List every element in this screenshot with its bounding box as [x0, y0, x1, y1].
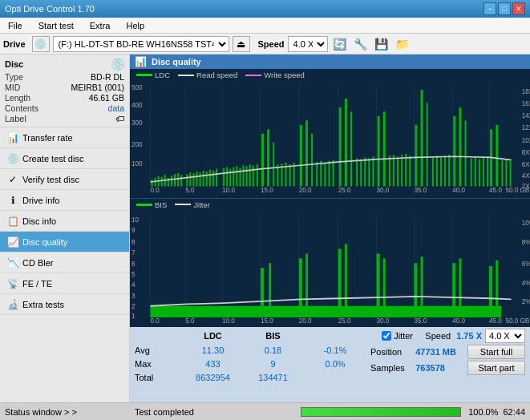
drive-label: Drive — [3, 39, 26, 49]
mid-key: MID — [5, 83, 20, 92]
svg-rect-77 — [415, 125, 417, 187]
length-key: Length — [5, 93, 30, 103]
svg-text:8: 8 — [131, 236, 136, 245]
svg-text:35.0: 35.0 — [414, 186, 427, 194]
close-button[interactable]: ✕ — [512, 2, 525, 15]
svg-rect-48 — [192, 173, 194, 186]
sidebar-item-disc-info-label: Disc info — [22, 216, 56, 226]
sidebar-item-disc-info[interactable]: 📋 Disc info — [0, 211, 129, 232]
svg-rect-46 — [186, 174, 188, 186]
menu-extra[interactable]: Extra — [85, 19, 115, 32]
svg-rect-158 — [261, 268, 264, 317]
sidebar-item-cd-bler[interactable]: 📉 CD Bler — [0, 252, 129, 273]
bis-chart: 10% 8% 6% 4% 2% 10 9 8 7 6 5 4 3 2 1 — [130, 211, 530, 325]
svg-rect-55 — [216, 169, 217, 187]
total-ldc: 8632954 — [183, 373, 243, 382]
svg-rect-76 — [383, 111, 386, 186]
sidebar-item-disc-quality[interactable]: 📈 Disc quality — [0, 232, 129, 252]
legend-readspeed: Read speed — [196, 71, 237, 79]
speed-select[interactable]: 4.0 X 8.0 X — [288, 36, 328, 52]
menu-file[interactable]: File — [3, 19, 27, 32]
svg-rect-75 — [378, 116, 380, 187]
svg-rect-113 — [475, 157, 476, 186]
svg-rect-114 — [479, 160, 480, 187]
avg-ldc: 11.30 — [183, 345, 243, 355]
sidebar-menu: 📊 Transfer rate 💿 Create test disc ✓ Ver… — [0, 127, 129, 402]
svg-rect-106 — [409, 155, 411, 186]
sidebar-item-drive-info[interactable]: ℹ Drive info — [0, 190, 129, 211]
sidebar-item-verify-test-disc[interactable]: ✓ Verify test disc — [0, 169, 129, 190]
svg-rect-66 — [261, 134, 264, 187]
svg-rect-94 — [328, 161, 330, 187]
svg-text:14X: 14X — [522, 111, 530, 119]
svg-text:25.0: 25.0 — [338, 316, 351, 325]
type-value: BD-R DL — [91, 72, 124, 82]
svg-rect-96 — [356, 158, 358, 186]
start-part-button[interactable]: Start part — [467, 361, 525, 375]
svg-text:40.0: 40.0 — [452, 186, 465, 194]
ldc-chart: 18X 16X 14X 12X 10X 8X 6X 4X 2X 500 400 … — [130, 81, 530, 196]
svg-rect-58 — [229, 169, 231, 187]
svg-rect-102 — [393, 155, 394, 186]
contents-key: Contents — [5, 103, 38, 113]
stats-panel: LDC BIS Jitter Speed 1.75 X 4.0 X — [130, 327, 530, 402]
svg-text:10%: 10% — [522, 218, 530, 227]
svg-rect-70 — [305, 120, 308, 186]
svg-rect-45 — [180, 175, 182, 186]
progress-percent: 100.0% — [466, 407, 498, 417]
label-icon: 🏷 — [115, 114, 124, 123]
save-icon[interactable]: 📁 — [394, 35, 411, 53]
status-window-bar[interactable]: Status window > > — [0, 402, 129, 420]
svg-rect-98 — [364, 157, 366, 186]
sidebar-item-extra-tests[interactable]: 🔬 Extra tests — [0, 294, 129, 315]
sidebar-item-fe-te[interactable]: 📡 FE / TE — [0, 273, 129, 294]
svg-text:35.0: 35.0 — [414, 316, 427, 325]
svg-rect-91 — [316, 162, 318, 187]
svg-rect-95 — [333, 160, 334, 187]
svg-text:10X: 10X — [522, 135, 530, 143]
svg-text:2%: 2% — [522, 297, 530, 305]
drive-select[interactable]: (F:) HL-DT-ST BD-RE WH16NS58 TST4 — [53, 36, 229, 52]
svg-rect-100 — [372, 156, 374, 186]
svg-text:5.0: 5.0 — [185, 316, 194, 325]
svg-text:6%: 6% — [522, 259, 530, 268]
maximize-button[interactable]: □ — [498, 2, 511, 15]
avg-jitter: -0.1% — [303, 345, 367, 355]
menu-help[interactable]: Help — [121, 19, 149, 32]
max-jitter: 0.0% — [303, 359, 367, 369]
svg-rect-54 — [212, 171, 214, 187]
start-full-button[interactable]: Start full — [467, 345, 525, 359]
total-bis: 134471 — [243, 373, 303, 382]
menu-start-test[interactable]: Start test — [34, 19, 79, 32]
sidebar-item-verify-test-disc-label: Verify test disc — [22, 175, 79, 184]
speed-select-stats[interactable]: 4.0 X — [485, 329, 525, 343]
svg-text:3: 3 — [131, 291, 136, 300]
disc-write-icon[interactable]: 💾 — [373, 35, 390, 53]
drive-icon-button[interactable]: 💿 — [32, 36, 50, 52]
sidebar-item-transfer-rate[interactable]: 📊 Transfer rate — [0, 127, 129, 148]
svg-rect-119 — [510, 161, 512, 187]
extra-tests-icon: 🔬 — [6, 299, 19, 310]
svg-text:400: 400 — [131, 101, 143, 109]
sidebar-item-create-test-disc[interactable]: 💿 Create test disc — [0, 148, 129, 169]
svg-text:0.0: 0.0 — [150, 186, 160, 194]
fe-te-icon: 📡 — [6, 278, 19, 289]
settings-icon[interactable]: 🔧 — [352, 35, 370, 53]
eject-button[interactable]: ⏏ — [233, 36, 250, 52]
svg-rect-118 — [505, 160, 507, 187]
status-text: Test completed — [135, 407, 296, 417]
minimize-button[interactable]: − — [483, 2, 496, 15]
sidebar-item-cd-bler-label: CD Bler — [22, 258, 54, 268]
svg-rect-79 — [427, 103, 428, 186]
svg-rect-170 — [489, 265, 492, 317]
svg-text:50.0 GB: 50.0 GB — [505, 316, 529, 325]
refresh-button[interactable]: 🔄 — [331, 35, 349, 53]
svg-text:20.0: 20.0 — [299, 186, 312, 194]
sidebar-item-create-test-disc-label: Create test disc — [22, 154, 83, 164]
svg-rect-157 — [150, 305, 501, 317]
jitter-checkbox[interactable] — [382, 331, 391, 341]
sidebar-item-extra-tests-label: Extra tests — [22, 300, 64, 309]
svg-text:40.0: 40.0 — [452, 316, 465, 325]
svg-rect-93 — [324, 163, 326, 187]
svg-text:9: 9 — [131, 225, 136, 234]
